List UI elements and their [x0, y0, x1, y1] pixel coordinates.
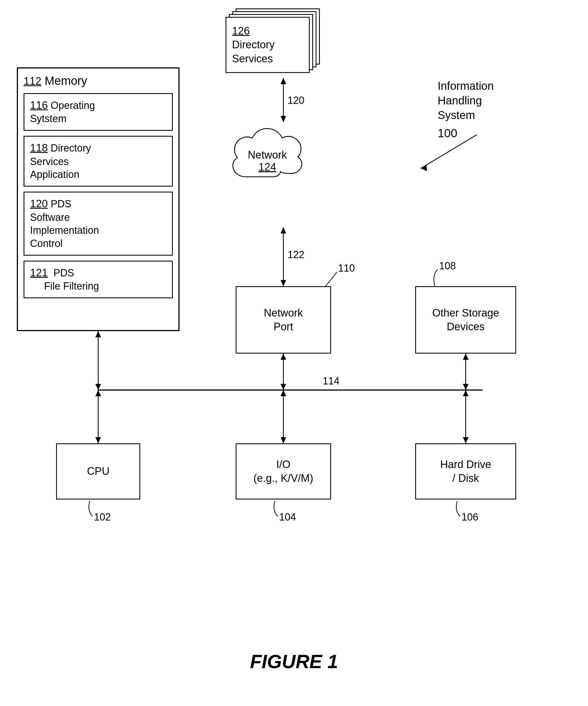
- svg-marker-15: [463, 384, 469, 390]
- svg-marker-17: [95, 390, 101, 396]
- ihs-label: InformationHandlingSystem 100: [438, 79, 555, 141]
- os-label: 116 OperatingSytstem: [30, 99, 166, 125]
- svg-marker-4: [280, 227, 286, 233]
- svg-marker-21: [280, 437, 286, 443]
- network-ref: 124: [259, 161, 276, 173]
- pds-sw-box: 120 PDSSoftwareImplementationControl: [24, 192, 173, 256]
- dsa-label: 118 DirectoryServicesApplication: [30, 141, 166, 181]
- io-label: I/O(e.g., K/V/M): [253, 458, 313, 485]
- other-storage-label: Other StorageDevices: [432, 306, 499, 334]
- network-port-box: NetworkPort: [236, 286, 331, 354]
- svg-marker-8: [95, 331, 101, 337]
- ref-120-label: 120: [287, 94, 304, 106]
- cloud-network: Network 124: [233, 128, 302, 177]
- svg-marker-12: [280, 384, 286, 390]
- pds-sw-label: 120 PDSSoftwareImplementationControl: [30, 197, 166, 250]
- pds-ff-box: 121 PDS File Filtering: [24, 261, 173, 298]
- svg-marker-18: [95, 437, 101, 443]
- ihs-ref: 100: [438, 126, 555, 141]
- ref-114-label: 114: [323, 375, 340, 387]
- svg-marker-1: [280, 78, 286, 84]
- stacked-pages: 126 DirectoryServices: [225, 8, 320, 76]
- svg-marker-24: [463, 437, 469, 443]
- svg-marker-5: [280, 280, 286, 286]
- pds-ff-ref: 121: [30, 267, 48, 279]
- dsa-ref: 118: [30, 142, 48, 154]
- ref-110-label: 110: [338, 262, 355, 274]
- other-storage-box: Other StorageDevices: [415, 286, 516, 354]
- svg-marker-14: [463, 354, 469, 360]
- cpu-box: CPU: [56, 443, 140, 500]
- ref-106-label: 106: [462, 511, 478, 523]
- pds-sw-ref: 120: [30, 198, 48, 209]
- ref-108-label: 108: [439, 260, 456, 272]
- svg-marker-23: [463, 390, 469, 396]
- network-label: Network: [248, 149, 287, 161]
- dir-services-label: 126 DirectoryServices: [232, 24, 275, 66]
- svg-marker-9: [95, 384, 101, 390]
- ref-102-label: 102: [94, 511, 111, 523]
- svg-marker-11: [280, 354, 286, 360]
- harddrive-label: Hard Drive/ Disk: [440, 458, 491, 485]
- ref-104-label: 104: [279, 511, 296, 523]
- dsa-box: 118 DirectoryServicesApplication: [24, 136, 173, 187]
- svg-marker-2: [280, 116, 286, 122]
- cpu-label: CPU: [87, 464, 109, 478]
- io-box: I/O(e.g., K/V/M): [236, 443, 331, 500]
- os-ref: 116: [30, 99, 48, 111]
- memory-label: Memory: [45, 74, 87, 87]
- ref-122-label: 122: [287, 249, 304, 261]
- os-box: 116 OperatingSytstem: [24, 93, 173, 131]
- memory-title: 112 Memory: [24, 74, 87, 87]
- svg-marker-26: [421, 165, 427, 171]
- figure-caption: FIGURE 1: [250, 651, 338, 672]
- pds-ff-label: 121 PDS File Filtering: [30, 266, 166, 293]
- directory-services-stack: 126 DirectoryServices: [225, 8, 320, 76]
- network-port-label: NetworkPort: [264, 306, 303, 334]
- svg-marker-20: [280, 390, 286, 396]
- memory-ref: 112: [24, 75, 41, 87]
- dir-services-ref: 126: [232, 25, 250, 37]
- harddrive-box: Hard Drive/ Disk: [415, 443, 516, 500]
- memory-box: 112 Memory 116 OperatingSytstem 118 Dire…: [17, 67, 180, 331]
- diagram-container: Network 124 120 122 114: [0, 0, 588, 706]
- directory-services-box: 126 DirectoryServices: [226, 17, 310, 73]
